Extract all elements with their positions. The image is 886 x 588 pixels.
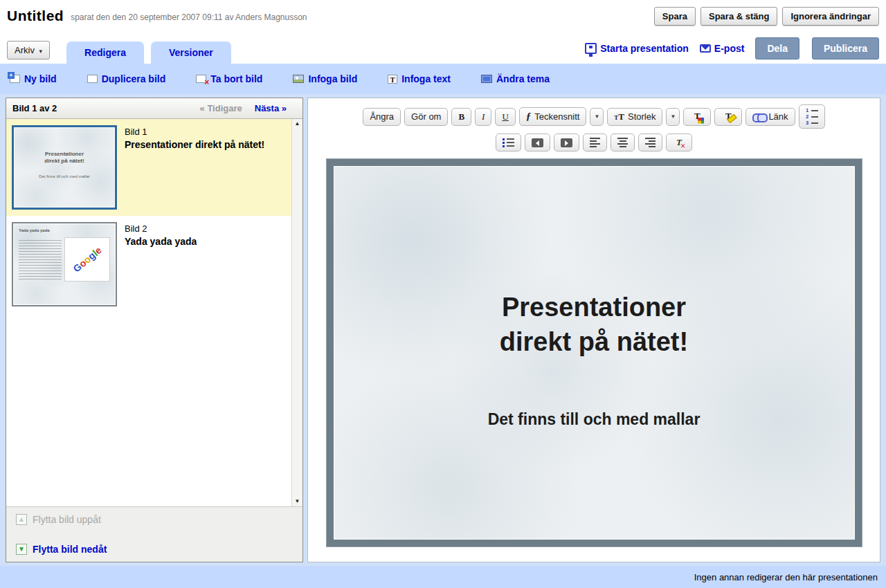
bold-button[interactable]: B — [451, 108, 471, 126]
paragraph-format-toolbar — [308, 131, 880, 156]
text-format-toolbar: Ångra Gör om B I U ƒ Teckensnitt ▼ TT St… — [308, 98, 880, 131]
canvas-area: Presentationer direkt på nätet! Det finn… — [308, 156, 880, 562]
header-actions: Spara Spara & stäng Ignorera ändringar — [654, 7, 879, 26]
tab-redigera[interactable]: Redigera — [66, 42, 144, 64]
slide-panel-footer: ▲ Flytta bild uppåt ▼ Flytta bild nedåt — [6, 506, 302, 562]
clear-formatting-button[interactable] — [666, 134, 692, 151]
email-link[interactable]: E-post — [700, 43, 745, 54]
move-down-label: Flytta bild nedåt — [33, 544, 107, 555]
new-slide-button[interactable]: Ny bild — [10, 73, 57, 84]
insert-text-label: Infoga text — [401, 73, 451, 84]
move-up-icon: ▲ — [16, 514, 27, 525]
slide-1-meta: Bild 1 Presentationer direkt på nätet! — [125, 125, 286, 210]
duplicate-slide-label: Duplicera bild — [102, 73, 166, 84]
duplicate-slide-button[interactable]: Duplicera bild — [87, 73, 166, 84]
slide-panel-header: Bild 1 av 2 « Tidigare Nästa » — [6, 98, 302, 119]
insert-image-label: Infoga bild — [308, 73, 357, 84]
font-family-button[interactable]: ƒ Teckensnitt — [519, 107, 587, 126]
slide-editor: Ångra Gör om B I U ƒ Teckensnitt ▼ TT St… — [307, 98, 880, 562]
slide-title-text[interactable]: Presentationer direkt på nätet! — [334, 290, 854, 359]
highlight-icon — [721, 111, 735, 122]
duplicate-slide-icon — [87, 75, 98, 83]
delete-slide-label: Ta bort bild — [210, 73, 262, 84]
align-left-button[interactable] — [583, 134, 607, 151]
thumb1-subtitle: Det finns till och med mallar — [14, 174, 115, 178]
insert-image-button[interactable]: Infoga bild — [293, 73, 357, 84]
previous-slide-link[interactable]: « Tidigare — [200, 103, 242, 113]
insert-link-button[interactable]: Länk — [745, 108, 795, 126]
publish-button[interactable]: Publicera — [812, 37, 879, 59]
change-theme-button[interactable]: Ändra tema — [481, 73, 550, 84]
presentation-screen-icon — [585, 43, 597, 54]
file-menu-button[interactable]: Arkiv ▾ — [7, 41, 50, 59]
slide-counter: Bild 1 av 2 — [12, 103, 57, 113]
tab-versioner[interactable]: Versioner — [151, 42, 231, 64]
font-size-label: Storlek — [628, 111, 656, 122]
google-logo: Google — [71, 244, 103, 274]
align-center-button[interactable] — [611, 134, 635, 151]
slide-2-thumbnail[interactable]: Yada yada yada Google — [12, 222, 117, 306]
text-color-button[interactable] — [683, 108, 711, 126]
chevron-down-icon: ▾ — [39, 48, 43, 55]
numbered-list-button[interactable] — [799, 104, 825, 129]
font-size-button[interactable]: TT Storlek — [607, 108, 662, 126]
save-button[interactable]: Spara — [654, 7, 696, 26]
insert-text-button[interactable]: Infoga text — [388, 73, 451, 84]
indent-icon — [561, 138, 572, 147]
app-window: Untitled sparat den den 20 september 200… — [0, 0, 886, 588]
move-down-icon: ▼ — [16, 544, 27, 555]
font-family-dropdown-button[interactable]: ▼ — [590, 108, 604, 126]
italic-button[interactable]: I — [475, 108, 491, 126]
font-icon: ƒ — [526, 111, 532, 122]
outdent-button[interactable] — [525, 134, 550, 151]
thumb2-image-box: Google — [64, 237, 110, 282]
slide-canvas[interactable]: Presentationer direkt på nätet! Det finn… — [334, 166, 855, 540]
slide-1-label: Bild 1 — [125, 127, 286, 137]
font-size-icon: TT — [614, 111, 624, 122]
thumb2-body-text-lines — [19, 240, 62, 280]
bullet-list-icon — [503, 138, 514, 147]
slide-subtitle-text[interactable]: Det finns till och med mallar — [334, 410, 854, 429]
status-bar: Ingen annan redigerar den här presentati… — [0, 566, 886, 588]
align-right-button[interactable] — [638, 134, 662, 151]
delete-slide-button[interactable]: Ta bort bild — [196, 73, 262, 84]
move-slide-down-button[interactable]: ▼ Flytta bild nedåt — [16, 544, 293, 555]
scroll-down-icon[interactable]: ▼ — [295, 499, 300, 504]
document-title[interactable]: Untitled — [7, 8, 64, 24]
underline-button[interactable]: U — [495, 108, 515, 126]
main-area: Bild 1 av 2 « Tidigare Nästa » Presentat… — [0, 94, 886, 566]
highlight-color-button[interactable] — [714, 108, 742, 126]
undo-button[interactable]: Ångra — [363, 108, 401, 126]
thumb2-title: Yada yada yada — [19, 228, 50, 232]
save-close-button[interactable]: Spara & stäng — [700, 7, 777, 26]
font-family-label: Teckensnitt — [534, 111, 579, 122]
slide-panel: Bild 1 av 2 « Tidigare Nästa » Presentat… — [6, 98, 303, 562]
redo-button[interactable]: Gör om — [404, 108, 448, 126]
thumb1-title-line2: direkt på nätet! — [14, 158, 115, 165]
numbered-list-icon — [806, 108, 818, 125]
next-slide-link[interactable]: Nästa » — [255, 103, 287, 113]
slide-actions-toolbar: Ny bild Duplicera bild Ta bort bild Info… — [0, 64, 886, 94]
share-button[interactable]: Dela — [755, 37, 799, 59]
slide-list-scrollbar[interactable]: ▲ ▼ — [291, 119, 302, 506]
chevron-down-icon: ▼ — [594, 113, 599, 120]
slide-list: Presentationer direkt på nätet! Det finn… — [6, 119, 302, 506]
slide-canvas-frame: Presentationer direkt på nätet! Det finn… — [326, 158, 862, 547]
discard-changes-button[interactable]: Ignorera ändringar — [782, 7, 879, 26]
collaboration-status-text: Ingen annan redigerar den här presentati… — [694, 572, 878, 582]
insert-image-icon — [293, 75, 304, 83]
link-label: Länk — [768, 111, 788, 122]
start-presentation-link[interactable]: Starta presentation — [585, 43, 689, 54]
align-right-icon — [645, 138, 656, 147]
scroll-up-icon[interactable]: ▲ — [295, 121, 300, 127]
slide-item-1[interactable]: Presentationer direkt på nätet! Det finn… — [6, 119, 291, 216]
file-menu-label: Arkiv — [15, 45, 35, 55]
indent-button[interactable] — [554, 134, 579, 151]
slide-2-label: Bild 2 — [125, 223, 286, 234]
change-theme-label: Ändra tema — [496, 73, 550, 84]
slide-item-2[interactable]: Yada yada yada Google Bild 2 Yada yada y… — [6, 216, 291, 313]
link-icon — [752, 113, 765, 120]
bullet-list-button[interactable] — [496, 134, 521, 151]
font-size-dropdown-button[interactable]: ▼ — [666, 108, 680, 126]
slide-1-thumbnail[interactable]: Presentationer direkt på nätet! Det finn… — [12, 125, 117, 210]
